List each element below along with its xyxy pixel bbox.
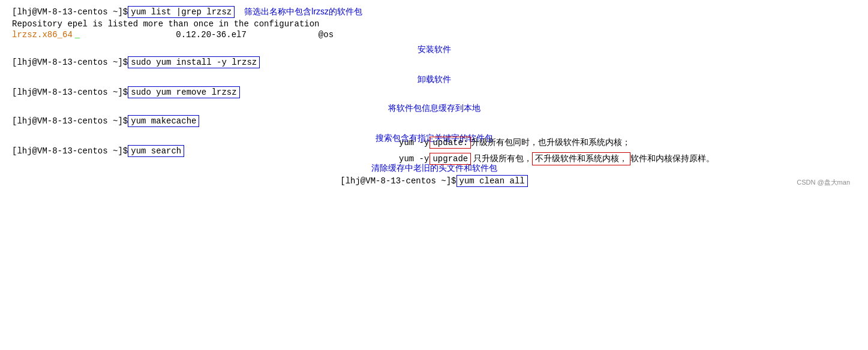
underscore: _	[75, 30, 80, 40]
upgrade-nokernel: 不升级软件和系统内核，	[532, 152, 630, 165]
update-upgrade-block: yum -y update: 升级所有包同时，也升级软件和系统内核； yum -…	[399, 137, 714, 165]
cmd-search: yum search	[128, 145, 184, 157]
prompt-3: [lhj@VM-8-13-centos ~]$	[12, 88, 128, 97]
cmd-remove: sudo yum remove lrzsz	[128, 86, 239, 98]
lrzsz-repo: @os	[319, 30, 334, 40]
prompt-2: [lhj@VM-8-13-centos ~]$	[12, 58, 128, 67]
title-install: 安装软件	[12, 44, 856, 55]
prompt-5: [lhj@VM-8-13-centos ~]$	[12, 146, 128, 156]
cmd-install: sudo yum install -y lrzsz	[128, 56, 260, 68]
upgrade-text1: 只升级所有包，	[473, 153, 532, 164]
lrzsz-version: 0.12.20-36.el7	[176, 30, 247, 40]
cmd-makecache: yum makecache	[128, 115, 199, 127]
update-prefix: yum -y	[399, 138, 429, 147]
title-filter: 筛选出名称中包含lrzsz的软件包	[244, 7, 362, 17]
title-makecache: 将软件包信息缓存到本地	[12, 103, 856, 114]
cmd-clean: yum clean all	[456, 175, 528, 187]
prompt-4: [lhj@VM-8-13-centos ~]$	[12, 116, 128, 126]
update-desc: 升级所有包同时，也升级软件和系统内核；	[471, 137, 630, 148]
watermark: CSDN @盘大man	[797, 178, 850, 187]
prompt-1: [lhj@VM-8-13-centos ~]$	[12, 7, 128, 17]
lrzsz-name: lrzsz.x86_64	[12, 30, 73, 40]
upgrade-suffix: 软件和内核保持原样。	[630, 153, 714, 164]
output-line-1: Repository epel is listed more than once…	[12, 19, 856, 29]
title-remove: 卸载软件	[12, 74, 856, 85]
cmd-upgrade: upgrade	[430, 153, 471, 165]
upgrade-prefix: yum -y	[399, 154, 429, 164]
cmd-update: update:	[430, 137, 471, 149]
prompt-6: [lhj@VM-8-13-centos ~]$	[340, 176, 456, 186]
cmd-yum-list: yum list |grep lrzsz	[128, 6, 235, 18]
